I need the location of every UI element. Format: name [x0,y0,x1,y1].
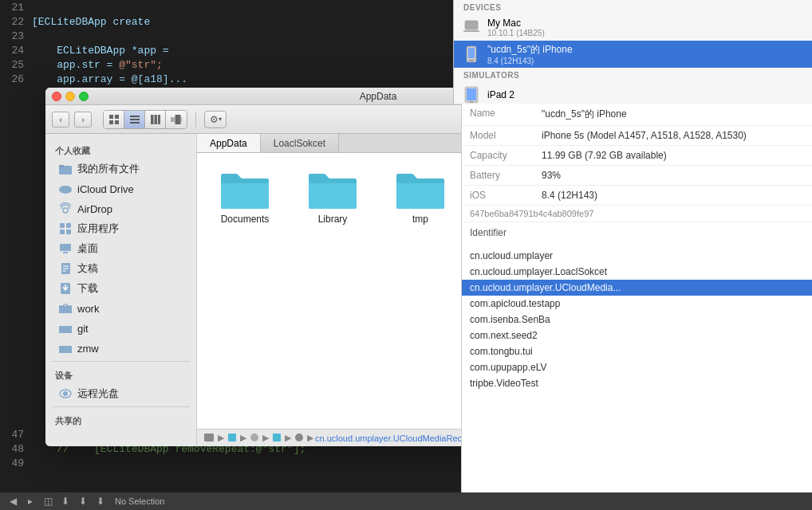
cover-flow-button[interactable] [166,111,187,128]
downloads-icon [58,281,73,296]
sidebar-item-icloud[interactable]: iCloud Drive [49,179,193,198]
ipad-item[interactable]: iPad 2 [454,81,812,104]
bottom-icon-3[interactable]: ◫ [41,495,54,508]
field-battery-value: 93% [534,166,812,186]
identifier-item-6[interactable]: com.tongbu.tui [462,343,812,359]
airdrop-icon [58,202,73,216]
field-name-label: Name [462,104,534,126]
svg-rect-17 [158,115,160,124]
maximize-button[interactable] [79,92,89,101]
device-info-panel: Name "ucdn_5s"的 iPhone Model iPhone 5s (… [461,104,812,502]
svg-rect-29 [60,230,65,234]
device-info-table: Name "ucdn_5s"的 iPhone Model iPhone 5s (… [462,104,812,206]
sidebar-label-downloads: 下载 [77,281,98,296]
svg-rect-41 [204,434,214,441]
sidebar-label-work: work [77,303,99,315]
svg-rect-11 [115,120,119,124]
sidebar-item-downloads[interactable]: 下载 [49,279,193,298]
identifier-item-3[interactable]: com.apicloud.testapp [462,296,812,312]
identifier-list: cn.ucloud.umplayer cn.ucloud.umplayer.Lo… [462,248,812,391]
field-model-value: iPhone 5s (Model A1457, A1518, A1528, A1… [534,126,812,146]
bottom-icon-5[interactable]: ⬇ [77,495,89,508]
identifier-item-2[interactable]: cn.ucloud.umplayer.UCloudMedia... [462,280,812,296]
sidebar-item-zmw[interactable]: zmw [49,339,193,358]
svg-rect-12 [130,116,140,117]
svg-rect-4 [468,48,475,58]
sidebar-item-airdrop[interactable]: AirDrop [49,199,193,218]
sidebar-item-my-files[interactable]: 我的所有文件 [49,159,193,178]
svg-point-43 [250,434,258,441]
zmw-icon [58,341,73,355]
documents-label: Documents [221,214,270,225]
field-capacity-label: Capacity [462,146,534,166]
iphone-version: 8.4 (12H143) [487,57,573,65]
minimize-button[interactable] [65,92,75,101]
bottom-icon-1[interactable]: ◀ [6,495,19,508]
icon-view-button[interactable] [104,111,124,128]
svg-point-45 [295,434,303,441]
svg-rect-32 [63,252,68,253]
sidebar-item-git[interactable]: git [49,319,193,338]
icloud-icon [58,182,73,196]
sidebar-label-my-files: 我的所有文件 [77,162,140,176]
column-view-button[interactable] [145,111,166,128]
sidebar-item-apps[interactable]: 应用程序 [49,219,193,238]
sidebar-section-devices: 设备 [45,365,196,383]
work-icon [58,301,73,316]
svg-rect-22 [59,165,64,167]
desktop-icon [58,241,73,256]
toolbar-divider [195,112,196,128]
field-ios-label: iOS [462,186,534,206]
action-button[interactable]: ⚙▾ [204,111,227,128]
documents-folder-item[interactable]: Documents [213,169,277,225]
bottom-icon-4[interactable]: ⬇ [59,495,72,508]
sidebar-item-desktop[interactable]: 桌面 [49,239,193,258]
back-button[interactable]: ‹ [52,112,69,128]
sidebar-item-remote-disk[interactable]: 远程光盘 [49,384,193,403]
bottom-icon-6[interactable]: ⬇ [94,495,107,508]
identifier-item-4[interactable]: com.isenba.SenBa [462,312,812,328]
xcode-bottom-bar: ◀ ▸ ◫ ⬇ ⬇ ⬇ No Selection [0,492,812,510]
apps-icon [58,222,73,236]
svg-rect-31 [60,244,71,251]
bottom-icon-2[interactable]: ▸ [24,495,37,508]
my-files-icon [58,162,73,176]
bottom-status: No Selection [115,496,164,506]
close-button[interactable] [52,92,61,101]
tab-appdata[interactable]: AppData [197,134,261,152]
docs-icon [58,261,73,276]
identifier-item-7[interactable]: com.upupapp.eLV [462,359,812,375]
sidebar-label-icloud: iCloud Drive [77,183,134,195]
identifier-label: Identifier [462,222,812,240]
view-buttons [103,110,187,129]
breadcrumb-icon-1 [203,432,215,445]
iphone-item[interactable]: "ucdn_5s"的 iPhone 8.4 (12H143) [454,41,812,68]
tmp-folder-item[interactable]: tmp [388,169,452,225]
svg-rect-19 [175,115,181,124]
svg-rect-7 [470,101,473,103]
svg-point-40 [63,391,68,396]
my-mac-item[interactable]: My Mac 10.10.1 (14B25) [454,14,812,41]
finder-sidebar: 个人收藏 我的所有文件 iCloud Drive AirDrop [45,134,197,446]
tab-loaclsokcet[interactable]: LoaclSokcet [261,134,339,152]
sidebar-item-docs[interactable]: 文稿 [49,259,193,278]
breadcrumb-sep-2: ▶ [240,433,246,443]
my-mac-version: 10.10.1 (14B25) [487,29,545,37]
ipad-name: iPad 2 [487,89,514,100]
svg-point-24 [60,186,65,191]
breadcrumb-sep-3: ▶ [262,433,269,443]
identifier-item-8[interactable]: tripbe.VideoTest [462,375,812,391]
sidebar-section-shared: 共享的 [45,410,196,429]
library-folder-item[interactable]: Library [301,169,365,225]
library-folder-icon [307,169,358,210]
list-view-button[interactable] [124,111,145,128]
ipad-icon [460,84,483,104]
identifier-item-1[interactable]: cn.ucloud.umplayer.LoaclSokcet [462,264,812,280]
identifier-item-5[interactable]: com.next.seed2 [462,328,812,343]
sidebar-item-work[interactable]: work [49,299,193,318]
sidebar-label-docs: 文稿 [77,261,98,276]
forward-button[interactable]: › [74,112,92,128]
identifier-item-0[interactable]: cn.ucloud.umplayer [462,248,812,264]
field-battery-label: Battery [462,166,534,186]
sidebar-label-airdrop: AirDrop [77,203,112,215]
